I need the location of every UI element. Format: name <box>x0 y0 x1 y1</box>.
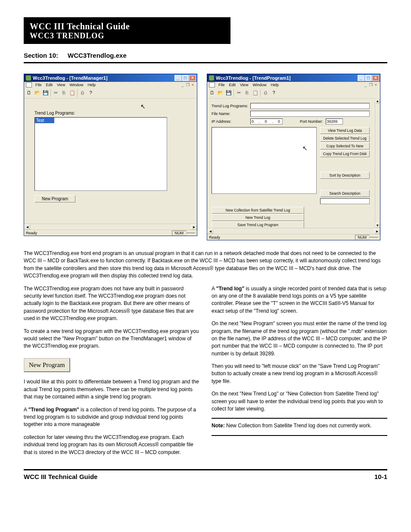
document-icon[interactable] <box>26 82 32 87</box>
scroll-down-icon[interactable]: ▾ <box>375 223 380 228</box>
term-trend-log: "Trend log" <box>216 286 244 292</box>
scroll-left-icon[interactable]: ◂ <box>207 229 213 234</box>
body-paragraph: On the next "New Trend Log" or "New Coll… <box>212 390 387 413</box>
minimize-button[interactable]: _ <box>174 75 181 81</box>
scroll-left-icon[interactable]: ◂ <box>24 224 30 230</box>
port-number-input[interactable] <box>326 118 343 124</box>
scroll-right-icon[interactable]: ▸ <box>374 229 380 234</box>
note-block: Note: New Collection from Satellite Tren… <box>212 422 387 429</box>
toolbar-separator <box>50 89 51 97</box>
status-num: NUM <box>355 235 370 240</box>
mdi-minimize-icon[interactable]: _ <box>180 83 185 87</box>
save-trend-log-program-button[interactable]: Save Trend Log Program <box>212 221 304 228</box>
window-title-left: Wcc3Trendlog - [TrendManager1] <box>33 75 174 81</box>
minimize-button[interactable]: _ <box>358 75 364 81</box>
sort-by-description-button[interactable]: Sort by Description <box>320 172 370 179</box>
left-text-column: The WCC3Trendlog.exe program does not ha… <box>24 285 199 461</box>
trend-log-listbox[interactable]: ↖ <box>212 127 317 194</box>
app-icon <box>26 75 31 81</box>
save-file-icon[interactable]: 💾 <box>224 89 233 97</box>
delete-selected-trend-log-button[interactable]: Delete Selected Trend Log <box>320 135 370 142</box>
toolbar-separator <box>234 89 234 97</box>
new-program-button-figure[interactable]: New Program <box>24 358 70 373</box>
maximize-button[interactable]: □ <box>365 75 372 81</box>
copy-icon: ⎘ <box>60 89 68 97</box>
program-name-input[interactable] <box>250 103 370 109</box>
statusbar-right: Ready NUM <box>207 234 380 240</box>
programs-listbox[interactable]: Test <box>34 117 167 191</box>
horizontal-scrollbar[interactable]: ◂ ▸ <box>207 228 380 234</box>
maximize-button[interactable]: □ <box>182 75 189 81</box>
page-footer: WCC III Technical Guide 10-1 <box>24 469 387 480</box>
mdi-close-icon[interactable]: × <box>374 83 378 87</box>
horizontal-scrollbar[interactable]: ◂ ▸ <box>24 224 197 230</box>
copy-selected-to-new-button[interactable]: Copy Selected To New <box>320 143 370 149</box>
statusbar-left: Ready NUM <box>24 230 197 236</box>
toolbar-separator <box>260 89 261 97</box>
status-empty <box>187 233 195 233</box>
trend-log-programs-label: Trend Log Programs: <box>212 104 250 108</box>
close-button[interactable]: × <box>189 75 196 81</box>
right-text-column: A "Trend log" is usually a single record… <box>212 285 387 461</box>
cursor-icon: ↖ <box>140 103 146 110</box>
help-icon[interactable]: ? <box>270 89 278 97</box>
new-collection-button[interactable]: New Collection from Satellite Trend Log <box>212 207 304 214</box>
program-list-item-selected[interactable]: Test <box>35 118 54 123</box>
new-trend-log-button[interactable]: New Trend Log <box>212 214 304 221</box>
term-trend-log-program: "Trend log Program" <box>28 407 79 413</box>
new-file-icon[interactable]: 🗋 <box>25 89 33 97</box>
close-button[interactable]: × <box>372 75 379 81</box>
new-program-button[interactable]: New Program <box>34 195 75 202</box>
vertical-scrollbar[interactable]: ▴ ▾ <box>375 99 380 228</box>
scroll-right-icon[interactable]: ▸ <box>191 224 197 230</box>
footer-divider <box>24 469 387 470</box>
help-icon[interactable]: ? <box>87 89 95 97</box>
document-icon[interactable] <box>209 82 215 87</box>
copy-icon: ⎘ <box>243 89 251 97</box>
search-description-input[interactable] <box>320 198 370 204</box>
menu-view[interactable]: View <box>238 82 250 87</box>
titlebar-left[interactable]: Wcc3Trendlog - [TrendManager1] _ □ × <box>24 74 197 82</box>
menu-help[interactable]: Help <box>268 82 281 87</box>
menu-file[interactable]: File <box>216 82 227 87</box>
note-divider-top <box>212 418 387 419</box>
open-file-icon[interactable]: 📂 <box>33 89 41 97</box>
file-name-input[interactable] <box>250 111 370 117</box>
body-paragraph: To create a new trend log program with t… <box>24 328 199 350</box>
mdi-close-icon[interactable]: × <box>190 83 195 87</box>
new-file-icon[interactable]: 🗋 <box>208 89 216 97</box>
menu-edit[interactable]: Edit <box>227 82 238 87</box>
section-header: WCC III Technical Guide WCC3 TRENDLOG <box>24 17 230 44</box>
body-paragraph: A "Trend log" is usually a single record… <box>212 285 387 315</box>
open-file-icon[interactable]: 📂 <box>216 89 224 97</box>
status-empty <box>370 237 378 238</box>
mdi-minimize-icon[interactable]: _ <box>363 83 368 87</box>
menu-help[interactable]: Help <box>85 82 98 87</box>
menu-edit[interactable]: Edit <box>44 82 55 87</box>
status-num: NUM <box>172 230 187 236</box>
copy-trend-log-from-disk-button[interactable]: Copy Trend Log From Disk <box>320 150 370 157</box>
window-trendmanager: Wcc3Trendlog - [TrendManager1] _ □ × Fil… <box>24 74 197 236</box>
app-icon <box>209 75 214 81</box>
ip-address-input[interactable] <box>250 118 283 124</box>
cut-icon: ✂ <box>52 89 60 97</box>
search-description-button[interactable]: Search Description <box>320 190 370 197</box>
menu-view[interactable]: View <box>55 82 67 87</box>
save-file-icon[interactable]: 💾 <box>41 89 50 97</box>
menubar-right: File Edit View Window Help _ ❐ × <box>207 82 380 88</box>
menu-window[interactable]: Window <box>250 82 268 87</box>
menubar-left: File Edit View Window Help _ ❐ × <box>24 82 197 88</box>
paste-icon: 📋 <box>251 89 259 97</box>
view-trend-log-data-button[interactable]: View Trend Log Data <box>320 127 370 134</box>
body-paragraph: The WCC3Trendlog.exe program does not ha… <box>24 285 199 323</box>
status-ready: Ready <box>26 231 37 235</box>
note-text: New Collection from Satellite Trend log … <box>226 423 371 429</box>
print-icon: ⎙ <box>78 89 87 97</box>
body-paragraph: collection for later viewing thru the WC… <box>24 434 199 456</box>
scroll-up-icon[interactable]: ▴ <box>375 99 380 103</box>
mdi-restore-icon[interactable]: ❐ <box>368 83 373 87</box>
menu-file[interactable]: File <box>33 82 44 87</box>
titlebar-right[interactable]: Wcc3Trendlog - [TrendProgram1] _ □ × <box>207 74 380 82</box>
mdi-restore-icon[interactable]: ❐ <box>185 83 190 87</box>
menu-window[interactable]: Window <box>67 82 85 87</box>
